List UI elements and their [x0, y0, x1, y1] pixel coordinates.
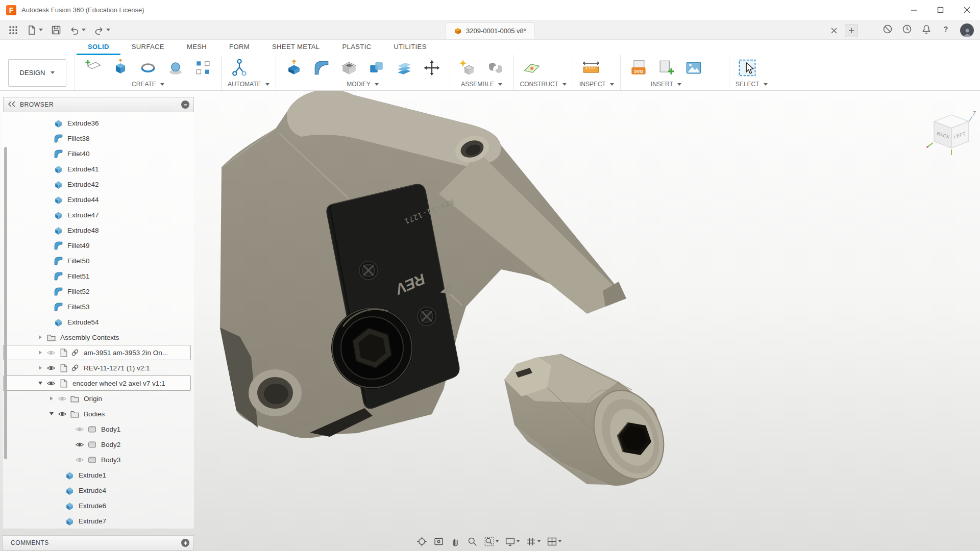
revolve-button[interactable] — [136, 57, 160, 79]
sweep-button[interactable] — [164, 57, 187, 79]
expand-arrow-icon[interactable] — [37, 349, 45, 356]
tree-item[interactable]: Fillet52 — [3, 284, 191, 299]
joint-button[interactable] — [484, 57, 507, 79]
tree-item[interactable]: Fillet53 — [3, 299, 191, 314]
move-button[interactable] — [420, 57, 444, 79]
ribbon-tab[interactable]: SHEET METAL — [261, 40, 331, 55]
create-menu[interactable]: CREATE — [81, 80, 215, 89]
zoom-window-button[interactable] — [482, 535, 501, 548]
pattern-button[interactable] — [191, 57, 215, 79]
automate-menu[interactable]: AUTOMATE — [228, 80, 270, 89]
press-pull-button[interactable] — [282, 57, 306, 79]
tree-item[interactable]: Extrude47 — [3, 207, 191, 222]
minimize-button[interactable] — [900, 0, 927, 20]
notifications-button[interactable] — [921, 24, 932, 36]
tree-item[interactable]: Fillet49 — [3, 238, 191, 253]
visibility-toggle[interactable] — [45, 349, 57, 356]
tree-item[interactable]: Origin — [3, 391, 191, 406]
look-at-button[interactable] — [431, 535, 446, 548]
expand-comments-button[interactable] — [181, 539, 189, 547]
assemble-menu[interactable]: ASSEMBLE — [456, 80, 507, 89]
ribbon-tab[interactable]: SURFACE — [120, 40, 176, 55]
tree-item[interactable]: Bodies — [3, 406, 191, 421]
insert-svg-button[interactable]: SVG — [627, 57, 650, 79]
visibility-toggle[interactable] — [45, 380, 57, 387]
visibility-toggle[interactable] — [56, 395, 68, 402]
visibility-toggle[interactable] — [74, 441, 86, 448]
minimize-panel-button[interactable] — [181, 101, 189, 109]
tree-item[interactable]: Extrude6 — [3, 498, 191, 513]
viewports-button[interactable] — [545, 535, 564, 548]
ribbon-tab[interactable]: UTILITIES — [382, 40, 437, 55]
ribbon-tab[interactable]: FORM — [218, 40, 261, 55]
tree-item[interactable]: Extrude42 — [3, 177, 191, 192]
canvas-button[interactable] — [682, 57, 705, 79]
tree-item[interactable]: Extrude1 — [3, 467, 191, 483]
split-button[interactable] — [393, 57, 416, 79]
tree-item[interactable]: Extrude41 — [3, 161, 191, 177]
tree-item[interactable]: encoder wheel v2 axel v7 v1:1 — [3, 375, 191, 391]
undo-button[interactable] — [66, 22, 89, 38]
expand-arrow-icon[interactable] — [37, 380, 45, 387]
tree-item[interactable]: REV-11-1271 (1) v2:1 — [3, 360, 191, 375]
tree-item[interactable]: Assembly Contexts — [3, 330, 191, 345]
construct-plane-button[interactable] — [520, 57, 544, 79]
redo-button[interactable] — [91, 22, 113, 38]
shell-button[interactable] — [337, 57, 361, 79]
ribbon-tab[interactable]: SOLID — [77, 40, 120, 55]
tree-item[interactable]: Fillet40 — [3, 146, 191, 161]
insert-derive-button[interactable] — [654, 57, 678, 79]
viewcube[interactable]: BACK LEFT Z — [925, 106, 978, 159]
new-document-tab-button[interactable] — [845, 24, 858, 37]
tree-item[interactable]: Fillet38 — [3, 131, 191, 146]
browser-scrollbar[interactable] — [4, 147, 7, 459]
create-sketch-button[interactable] — [81, 57, 105, 79]
combine-button[interactable] — [365, 57, 388, 79]
recent-activity-button[interactable] — [902, 24, 912, 36]
select-menu[interactable]: SELECT — [736, 80, 768, 89]
expand-arrow-icon[interactable] — [37, 334, 45, 341]
tree-item[interactable]: Extrude36 — [3, 115, 191, 131]
save-button[interactable] — [48, 22, 64, 38]
tree-item[interactable]: Fillet50 — [3, 253, 191, 268]
avatar[interactable] — [960, 23, 974, 37]
collapse-panel-button[interactable] — [8, 100, 16, 109]
workspace-selector[interactable]: DESIGN — [8, 59, 66, 87]
visibility-toggle[interactable] — [45, 365, 57, 371]
tree-item[interactable]: Extrude54 — [3, 314, 191, 330]
visibility-toggle[interactable] — [74, 426, 86, 433]
close-button[interactable] — [953, 0, 980, 20]
document-tab-close-button[interactable] — [829, 26, 839, 36]
insert-menu[interactable]: INSERT — [627, 80, 705, 89]
tree-item[interactable]: Extrude4 — [3, 483, 191, 498]
tree-item[interactable]: Body1 — [3, 421, 191, 437]
tree-item[interactable]: Extrude48 — [3, 222, 191, 238]
new-component-button[interactable] — [456, 57, 480, 79]
grid-settings-button[interactable] — [524, 535, 543, 548]
tree-item[interactable]: Fillet51 — [3, 268, 191, 284]
expand-arrow-icon[interactable] — [37, 364, 45, 371]
pan-button[interactable] — [448, 535, 463, 548]
extrude-button[interactable] — [109, 57, 132, 79]
visibility-toggle[interactable] — [74, 457, 86, 463]
tree-item[interactable]: Body2 — [3, 437, 191, 452]
expand-arrow-icon[interactable] — [48, 410, 56, 417]
automate-button[interactable] — [228, 57, 251, 79]
modify-menu[interactable]: MODIFY — [282, 80, 444, 89]
inspect-menu[interactable]: INSPECT — [579, 80, 614, 89]
tree-item[interactable]: Body3 — [3, 452, 191, 467]
construct-menu[interactable]: CONSTRUCT — [520, 80, 567, 89]
tree-item[interactable]: Extrude7 — [3, 513, 191, 529]
ribbon-tab[interactable]: MESH — [176, 40, 218, 55]
zoom-button[interactable] — [465, 535, 480, 548]
ribbon-tab[interactable]: PLASTIC — [331, 40, 382, 55]
measure-button[interactable] — [579, 57, 603, 79]
tree-item[interactable]: Extrude44 — [3, 192, 191, 207]
maximize-button[interactable] — [927, 0, 953, 20]
expand-arrow-icon[interactable] — [48, 395, 56, 402]
display-settings-button[interactable] — [503, 535, 522, 548]
orbit-button[interactable] — [414, 535, 429, 548]
app-grid-button[interactable] — [5, 22, 21, 38]
tree-item[interactable]: am-3951 am-3953 2in On... — [3, 345, 191, 360]
document-tab[interactable]: 3209-0001-0005 v8* — [445, 22, 535, 39]
